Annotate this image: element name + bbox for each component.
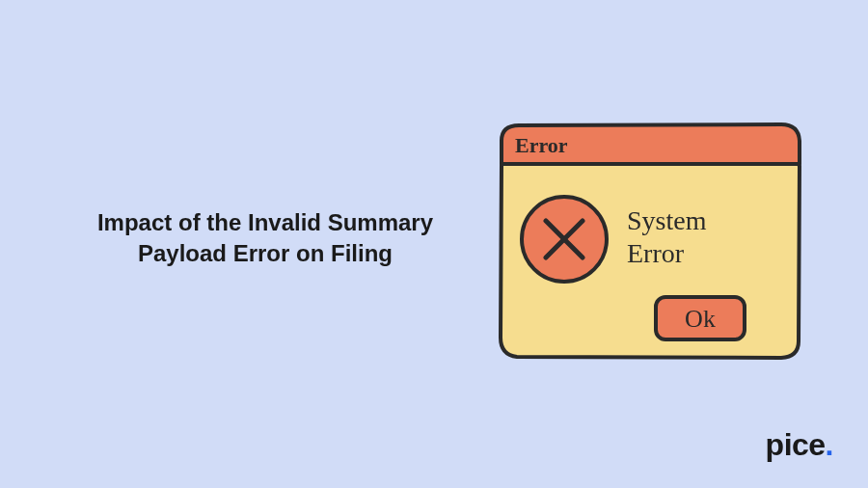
ok-button-label: Ok: [685, 305, 716, 333]
logo-dot: .: [826, 427, 833, 462]
brand-logo: pice.: [766, 427, 833, 463]
error-dialog-illustration: Error System Error Ok: [492, 116, 810, 380]
error-dialog-svg: Error System Error Ok: [492, 116, 810, 376]
main-heading: Impact of the Invalid Summary Payload Er…: [72, 207, 458, 270]
dialog-title: Error: [515, 133, 568, 157]
dialog-message-line1: System: [627, 205, 707, 235]
dialog-message-line2: Error: [627, 238, 685, 268]
heading-line-1: Impact of the Invalid Summary: [97, 209, 433, 235]
logo-text: pice: [766, 427, 826, 462]
heading-line-2: Payload Error on Filing: [138, 240, 393, 266]
